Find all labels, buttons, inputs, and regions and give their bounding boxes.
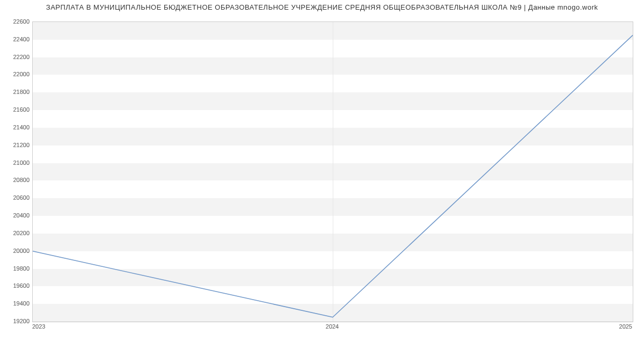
y-tick-label: 20000 [0,248,30,254]
x-axis-ticks: 202320242025 [32,323,633,334]
y-tick-label: 21800 [0,89,30,95]
y-tick-label: 20800 [0,177,30,183]
y-tick-label: 19400 [0,300,30,307]
y-tick-label: 19600 [0,282,30,289]
y-tick-label: 20400 [0,212,30,219]
x-tick-label: 2025 [619,323,632,330]
y-tick-label: 21400 [0,124,30,130]
y-tick-label: 20600 [0,194,30,201]
y-axis-ticks: 1920019400196001980020000202002040020600… [0,21,30,322]
y-tick-label: 21600 [0,106,30,113]
y-tick-label: 19800 [0,265,30,272]
x-tick-label: 2023 [32,323,45,330]
line-series [33,22,633,322]
y-tick-label: 22400 [0,36,30,42]
y-tick-label: 20200 [0,230,30,236]
y-tick-label: 22000 [0,71,30,77]
chart-container: ЗАРПЛАТА В МУНИЦИПАЛЬНОЕ БЮДЖЕТНОЕ ОБРАЗ… [0,0,644,338]
x-tick-label: 2024 [326,323,339,330]
y-tick-label: 21200 [0,142,30,148]
y-tick-label: 21000 [0,159,30,166]
y-tick-label: 22600 [0,18,30,25]
y-tick-label: 19200 [0,318,30,324]
chart-title: ЗАРПЛАТА В МУНИЦИПАЛЬНОЕ БЮДЖЕТНОЕ ОБРАЗ… [0,3,644,11]
salary-line [33,35,633,317]
y-tick-label: 22200 [0,54,30,60]
plot-area [32,21,633,322]
